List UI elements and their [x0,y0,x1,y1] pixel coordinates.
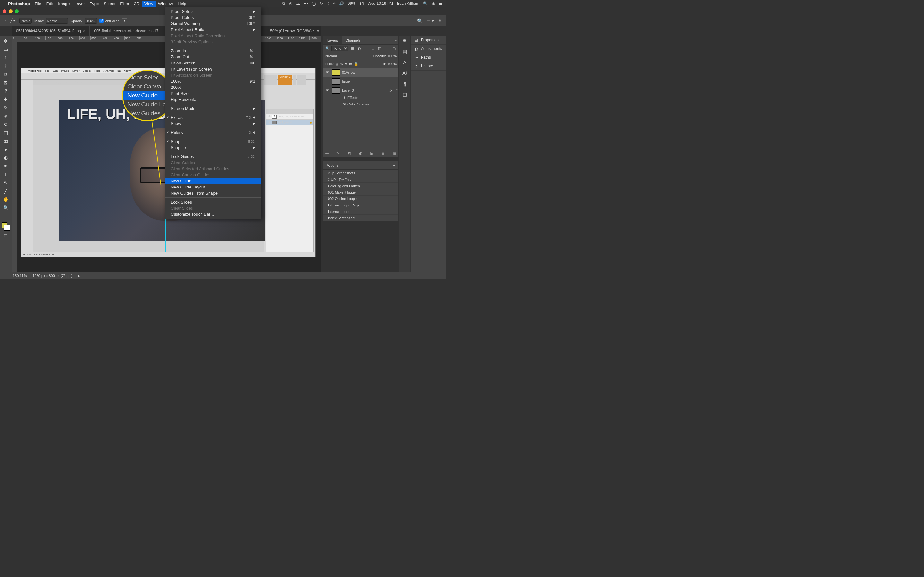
mask-icon[interactable]: ◩ [347,151,351,155]
cloud-icon[interactable]: ☁ [296,1,300,6]
lasso-tool-icon[interactable]: ⌇ [1,54,10,61]
trash-icon[interactable]: 🗑 [393,151,397,155]
mi-screenmode[interactable]: Screen Mode▶ [165,105,261,111]
layer-opacity[interactable]: 100% [388,54,397,58]
group-icon[interactable]: ▣ [370,151,373,155]
para-panel-icon[interactable]: ¶ [403,81,406,87]
eraser-tool-icon[interactable]: ◫ [1,129,10,137]
tool-icon[interactable]: ╱ ▾ [9,19,17,23]
lock-brush-icon[interactable]: ✎ [340,62,343,66]
blur-tool-icon[interactable]: ● [1,145,10,153]
history-brush-icon[interactable]: ↻ [1,121,10,128]
panel-paths[interactable]: ⤳Paths [411,53,446,62]
battery-icon[interactable]: ▮▯ [359,1,364,6]
username[interactable]: Evan Killham [397,1,419,6]
layer-effects[interactable]: 👁Effects [323,95,399,101]
fx-icon[interactable]: fx [336,151,339,155]
mi-fit[interactable]: Fit on Screen⌘0 [165,60,261,66]
mi-newguidelayout[interactable]: New Guide Layout… [165,184,261,190]
tab-layers[interactable]: Layers [323,36,342,44]
mi-zoomin[interactable]: Zoom In⌘+ [165,48,261,54]
mi-proof-setup[interactable]: Proof Setup▶ [165,8,261,15]
ruler-vertical[interactable] [11,42,17,272]
brush-panel-icon[interactable]: ✺ [403,38,407,44]
tabs-overflow-icon[interactable]: » [317,29,319,33]
dodge-tool-icon[interactable]: ◐ [1,154,10,161]
dots-icon[interactable]: ••• [304,1,308,6]
close-button[interactable] [3,9,6,13]
menu-type[interactable]: Type [90,1,99,6]
actions-menu-icon[interactable]: ≡ [393,163,395,167]
eye-icon[interactable]: 👁 [342,102,346,106]
tab-2[interactable]: 005-find-the-center-of-a-document-17… [89,26,167,35]
crop-tool-icon[interactable]: ⧉ [1,71,10,78]
action-item[interactable]: Index Screenshot [323,214,399,221]
opacity-select[interactable]: 100% [85,18,97,24]
marquee-tool-icon[interactable]: ▭ [1,45,10,53]
wand-tool-icon[interactable]: ✧ [1,62,10,70]
mi-zoomout[interactable]: Zoom Out⌘− [165,54,261,60]
mi-rulers[interactable]: ✓Rulers⌘R [165,129,261,135]
brush-tool-icon[interactable]: ✎ [1,104,10,111]
lock-all-icon[interactable]: 🔒 [354,62,359,66]
mi-200[interactable]: 200% [165,84,261,90]
search-icon[interactable]: 🔍 [417,18,423,23]
menu-filter[interactable]: Filter [120,1,129,6]
filter-type-icon[interactable]: T [363,46,368,51]
notification-icon[interactable]: ☰ [439,1,443,6]
mi-lockslices[interactable]: Lock Slices [165,199,261,205]
filter-adjust-icon[interactable]: ◐ [357,46,362,51]
action-item[interactable]: 3 UP - Try This [323,176,399,182]
char-panel-icon[interactable]: A [403,60,406,65]
filter-smart-icon[interactable]: ◫ [377,46,382,51]
panel-properties[interactable]: ⊞Properties [411,36,446,45]
cc-icon[interactable]: ◎ [289,1,292,6]
more-tools-icon[interactable]: ⋯ [1,212,10,220]
layer-row-2[interactable]: large [323,77,399,85]
swatches-icon[interactable]: ▤ [403,49,407,55]
filter-pixel-icon[interactable]: ▦ [350,46,355,51]
dropbox-icon[interactable]: ⧉ [282,1,285,6]
units-select[interactable]: Pixels [19,18,32,24]
menu-view[interactable]: View [142,1,156,7]
stamp-tool-icon[interactable]: ⎈ [1,112,10,120]
mi-newguide[interactable]: New Guide… [165,178,261,184]
more-icon[interactable]: ■ [122,18,127,23]
siri-icon[interactable]: ◉ [432,1,435,6]
quickmask-icon[interactable]: ◻ [1,231,10,239]
mi-newguidesshape[interactable]: New Guides From Shape [165,190,261,196]
type-tool-icon[interactable]: T [1,171,10,178]
bluetooth-icon[interactable]: ᛒ [327,1,329,6]
mi-fitlayer[interactable]: Fit Layer(s) on Screen [165,66,261,72]
empty-circle-icon[interactable]: ◯ [312,1,316,6]
collapse-icon[interactable]: ⌃ [396,88,399,92]
lock-trans-icon[interactable]: ▦ [335,62,338,66]
color-swatch[interactable] [2,222,10,231]
filter-shape-icon[interactable]: ▭ [370,46,375,51]
clock[interactable]: Wed 10:19 PM [368,1,393,6]
eye-icon[interactable]: 👁 [342,96,346,100]
action-item[interactable]: 2Up Screenshots [323,169,399,176]
action-item[interactable]: Internal Loupe [323,208,399,214]
filter-toggle-icon[interactable]: ▢ [391,46,397,51]
maximize-button[interactable] [15,9,19,13]
mi-gamut[interactable]: Gamut Warning⇧⌘Y [165,21,261,27]
layer-row-3[interactable]: 👁Layer 0fx⌃ [323,85,399,95]
hand-tool-icon[interactable]: ✋ [1,195,10,203]
status-zoom[interactable]: 150.31% [13,274,27,277]
panel-adjustments[interactable]: ◐Adjustments [411,45,446,53]
eye-icon[interactable]: 👁 [325,70,330,75]
menu-image[interactable]: Image [58,1,69,6]
menu-3d[interactable]: 3D [134,1,140,6]
eye-icon[interactable]: 👁 [325,88,330,93]
move-tool-icon[interactable]: ✥ [1,37,10,45]
layer-effect-1[interactable]: 👁Color Overlay [323,101,399,107]
status-chevron-icon[interactable]: ▸ [78,274,80,278]
menu-edit[interactable]: Edit [46,1,53,6]
mi-fliph[interactable]: Flip Horizontal [165,97,261,103]
zoom-tool-icon[interactable]: 🔍 [1,204,10,211]
blend-select[interactable]: Normal [325,54,351,58]
mi-lockguides[interactable]: Lock Guides⌥⌘; [165,153,261,160]
new-layer-icon[interactable]: ⊞ [381,151,384,155]
mode-select[interactable]: Normal [45,18,68,24]
